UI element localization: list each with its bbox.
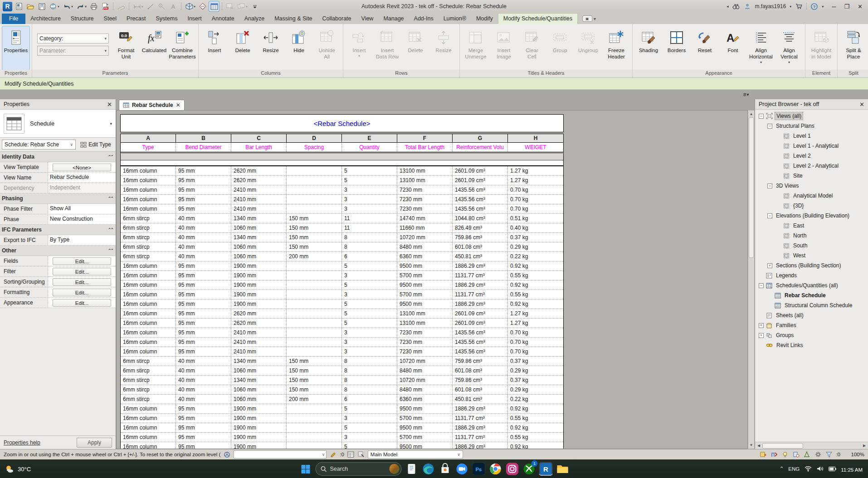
volume-icon[interactable] (816, 465, 824, 473)
properties-close-icon[interactable]: ✕ (107, 101, 112, 108)
table-cell[interactable]: 2620 mm (231, 166, 287, 175)
table-cell[interactable]: 13100 mm (397, 309, 453, 318)
ribbon-tab-file[interactable]: File (2, 14, 25, 24)
browser-scrollbar-thumb[interactable] (762, 443, 803, 449)
table-cell[interactable]: 95 mm (176, 280, 231, 290)
table-cell[interactable]: 10720 mm (397, 233, 453, 242)
table-cell[interactable]: 1060 mm (231, 385, 287, 394)
table-cell[interactable] (287, 338, 342, 347)
table-cell[interactable]: 450.81 cm³ (453, 252, 508, 261)
table-cell[interactable]: 16mm column (121, 290, 176, 299)
dropdown-caret-icon[interactable]: ▾ (788, 60, 790, 64)
table-cell[interactable]: 1900 mm (231, 404, 287, 413)
browser-item-sheets-all-[interactable]: Sheets (all) (755, 310, 868, 320)
table-cell[interactable]: 16mm column (121, 328, 176, 337)
analytical-model-icon[interactable] (803, 451, 811, 458)
dropdown-caret-icon[interactable]: ▾ (85, 5, 87, 9)
table-cell[interactable]: 1060 mm (231, 242, 287, 251)
table-cell[interactable]: 150 mm (287, 242, 342, 251)
table-cell[interactable]: 1900 mm (231, 433, 287, 442)
schedule-combo[interactable]: Schedule: Rebar Sche∨ (2, 140, 76, 150)
table-cell[interactable]: 40 mm (176, 366, 231, 375)
table-cell[interactable]: 1060 mm (231, 366, 287, 375)
table-cell[interactable]: 95 mm (176, 328, 231, 337)
save-icon[interactable] (37, 1, 47, 11)
table-cell[interactable]: 95 mm (176, 414, 231, 423)
ribbon-tab-add-ins[interactable]: Add-Ins (409, 14, 439, 24)
weather-widget[interactable]: 30°C (0, 464, 31, 474)
table-cell[interactable]: 1060 mm (231, 223, 287, 232)
table-cell[interactable]: 6mm stircp (121, 242, 176, 251)
table-cell[interactable]: 1886.29 cm³ (453, 404, 508, 413)
table-cell[interactable]: 1060 mm (231, 395, 287, 404)
format-unit-button[interactable]: 0.0Format Unit (112, 26, 140, 70)
table-cell[interactable]: 95 mm (176, 271, 231, 280)
shading-button[interactable]: Shading (635, 26, 662, 70)
help-icon[interactable]: ? (810, 3, 818, 10)
column-letter-e[interactable]: E (342, 134, 397, 142)
ribbon-tab-annotate[interactable]: Annotate (207, 14, 239, 24)
table-cell[interactable]: 95 mm (176, 204, 231, 213)
filter-icon[interactable] (825, 451, 833, 458)
dropdown-caret-icon[interactable]: ▾ (760, 60, 762, 64)
column-header-quantity[interactable]: Quantity (342, 143, 397, 152)
table-cell[interactable]: 1340 mm (231, 214, 287, 223)
table-cell[interactable]: 8 (342, 376, 397, 385)
fields-value-button[interactable]: Edit... (53, 257, 112, 265)
table-cell[interactable]: 3 (342, 204, 397, 213)
xbox-icon[interactable]: 1 (522, 462, 536, 476)
table-cell[interactable]: 16mm column (121, 319, 176, 328)
table-cell[interactable]: 5 (342, 442, 397, 449)
print-icon[interactable] (89, 1, 99, 11)
table-cell[interactable]: 3 (342, 185, 397, 194)
table-cell[interactable]: 9500 mm (397, 442, 453, 449)
table-cell[interactable]: 16mm column (121, 309, 176, 318)
table-cell[interactable]: 10720 mm (397, 357, 453, 366)
table-cell[interactable]: 10720 mm (397, 376, 453, 385)
table-cell[interactable]: 11660 mm (397, 223, 453, 232)
table-cell[interactable]: 1044.80 cm³ (453, 214, 508, 223)
property-value[interactable]: Edit... (48, 287, 116, 297)
table-cell[interactable]: 1435.56 cm³ (453, 195, 508, 204)
table-cell[interactable]: 826.49 cm³ (453, 223, 508, 232)
table-cell[interactable]: 1.27 kg (508, 309, 563, 318)
table-cell[interactable]: 6mm stircp (121, 233, 176, 242)
schedule-canvas[interactable]: <Rebar Schedule> ABCDEFGH TypeBend Diame… (116, 110, 748, 449)
ribbon-tab-manage[interactable]: Manage (378, 14, 409, 24)
table-cell[interactable]: 16mm column (121, 414, 176, 423)
browser-item-schedules-quantities-all-[interactable]: −Schedules/Quantities (all) (755, 280, 868, 290)
table-cell[interactable] (287, 309, 342, 318)
scroll-down-icon[interactable]: ▼ (748, 442, 754, 449)
scroll-up-icon[interactable]: ▲ (748, 111, 754, 117)
table-cell[interactable]: 13100 mm (397, 319, 453, 328)
table-cell[interactable]: 2601.09 cm³ (453, 309, 508, 318)
table-cell[interactable]: 8 (342, 233, 397, 242)
browser-item-level-1-analytical[interactable]: Level 1 - Analytical (755, 141, 868, 151)
table-cell[interactable]: 601.08 cm³ (453, 242, 508, 251)
font-button[interactable]: AFont (719, 26, 746, 70)
table-cell[interactable]: 40 mm (176, 385, 231, 394)
table-cell[interactable]: 0.70 kg (508, 338, 563, 347)
collapse-chevron-icon[interactable]: ⌃⌃ (108, 248, 113, 253)
table-cell[interactable]: 3 (342, 328, 397, 337)
column-header-weiget[interactable]: WEIGET (508, 143, 563, 152)
table-cell[interactable]: 16mm column (121, 261, 176, 270)
combine-parameters-button[interactable]: Combine Parameters (169, 26, 196, 70)
table-cell[interactable]: 2410 mm (231, 204, 287, 213)
table-cell[interactable]: 150 mm (287, 357, 342, 366)
table-cell[interactable] (287, 261, 342, 270)
hide-button[interactable]: Hide (285, 26, 312, 70)
table-cell[interactable]: 5700 mm (397, 271, 453, 280)
ribbon-tab-view[interactable]: View (356, 14, 379, 24)
table-cell[interactable]: 16mm column (121, 433, 176, 442)
column-header-spacing[interactable]: Spacing (287, 143, 342, 152)
freeze-header-button[interactable]: Freeze Header (603, 26, 630, 70)
revit-app-icon[interactable]: R (539, 462, 553, 476)
table-cell[interactable]: 1900 mm (231, 299, 287, 309)
view-tabs-menu-icon[interactable]: ≣▾ (743, 92, 750, 98)
table-cell[interactable] (287, 433, 342, 442)
dropdown-caret-icon[interactable]: ▾ (194, 5, 195, 9)
table-cell[interactable]: 2601.09 cm³ (453, 319, 508, 328)
table-cell[interactable]: 95 mm (176, 261, 231, 270)
instagram-icon[interactable] (506, 462, 519, 476)
